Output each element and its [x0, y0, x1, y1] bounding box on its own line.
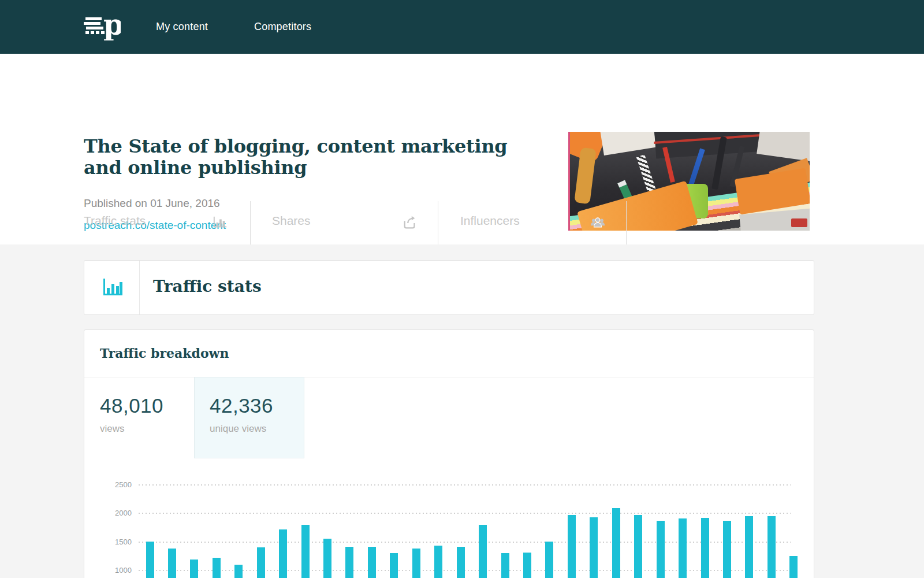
- chart-bar[interactable]: [390, 553, 398, 578]
- section-title: Traffic stats: [153, 277, 262, 296]
- tab-influencers[interactable]: Influencers: [438, 201, 626, 244]
- chart-bar[interactable]: [545, 542, 553, 578]
- chart-bar[interactable]: [368, 547, 376, 578]
- chart-bar[interactable]: [323, 539, 331, 578]
- y-axis-tick-label: 1000: [102, 566, 132, 575]
- thumbnail-decoration: [600, 132, 657, 155]
- tab-shares[interactable]: Shares: [251, 201, 438, 244]
- traffic-bar-chart: 2500200015001000: [84, 330, 814, 578]
- tab-traffic-stats[interactable]: Traffic stats: [0, 201, 250, 244]
- chart-bar[interactable]: [568, 515, 576, 578]
- chart-bar[interactable]: [213, 558, 221, 578]
- top-navbar: p My content Competitors: [0, 0, 924, 54]
- divider: [139, 261, 140, 314]
- chart-bar[interactable]: [190, 560, 198, 578]
- chart-bar[interactable]: [301, 525, 310, 578]
- postreach-dashboard: { "nav": { "brand": "PostReach", "items"…: [0, 0, 924, 578]
- share-icon: [403, 215, 418, 230]
- chart-bar[interactable]: [434, 546, 442, 578]
- chart-bar[interactable]: [789, 556, 798, 578]
- chart-bar[interactable]: [767, 516, 776, 578]
- traffic-stats-section-card: Traffic stats: [84, 260, 814, 315]
- svg-text:p: p: [103, 13, 121, 40]
- nav-item-competitors[interactable]: Competitors: [254, 0, 311, 54]
- chart-bar[interactable]: [146, 542, 154, 578]
- chart-bar[interactable]: [723, 521, 731, 578]
- chart-bar[interactable]: [257, 547, 265, 578]
- chart-bar[interactable]: [168, 549, 176, 578]
- page-title: The State of blogging, content marketing…: [84, 136, 507, 179]
- traffic-breakdown-card: Traffic breakdown 48,010 views 42,336 un…: [84, 329, 814, 578]
- tab-influencers-label: Influencers: [460, 214, 520, 228]
- chart-gridline: [139, 484, 791, 486]
- y-axis-tick-label: 2500: [102, 480, 132, 489]
- bar-chart-icon: [102, 277, 124, 299]
- chart-bar[interactable]: [523, 553, 531, 578]
- chart-bar[interactable]: [679, 518, 687, 578]
- chart-bar[interactable]: [479, 525, 487, 578]
- postreach-logo[interactable]: p: [84, 13, 121, 40]
- chart-bar[interactable]: [745, 516, 753, 578]
- nav-item-my-content[interactable]: My content: [156, 0, 208, 54]
- chart-bar[interactable]: [457, 547, 465, 578]
- thumbnail-decoration: [757, 132, 810, 162]
- people-icon: [590, 215, 605, 230]
- chart-bar[interactable]: [701, 518, 709, 578]
- bar-chart-icon: [213, 215, 228, 230]
- page-title-line1: The State of blogging, content marketing: [84, 136, 507, 157]
- tab-divider: [626, 201, 627, 244]
- tab-traffic-stats-label: Traffic stats: [84, 214, 146, 228]
- chart-bar[interactable]: [590, 517, 598, 578]
- chart-bar[interactable]: [657, 521, 665, 578]
- chart-bar[interactable]: [501, 553, 509, 578]
- chart-gridline: [139, 542, 791, 543]
- chart-bar[interactable]: [234, 565, 243, 578]
- thumbnail-decoration: [636, 154, 657, 194]
- chart-bar[interactable]: [634, 515, 642, 578]
- chart-gridline: [139, 513, 791, 514]
- y-axis-tick-label: 2000: [102, 509, 132, 517]
- y-axis-tick-label: 1500: [102, 538, 132, 546]
- chart-bar[interactable]: [345, 547, 353, 578]
- tab-shares-label: Shares: [272, 214, 311, 228]
- page-title-line2: and online publishing: [84, 157, 507, 179]
- chart-bar[interactable]: [279, 529, 287, 578]
- report-tabs: Traffic stats Shares Influencers: [0, 201, 924, 244]
- chart-bar[interactable]: [412, 549, 420, 578]
- chart-bar[interactable]: [612, 508, 620, 578]
